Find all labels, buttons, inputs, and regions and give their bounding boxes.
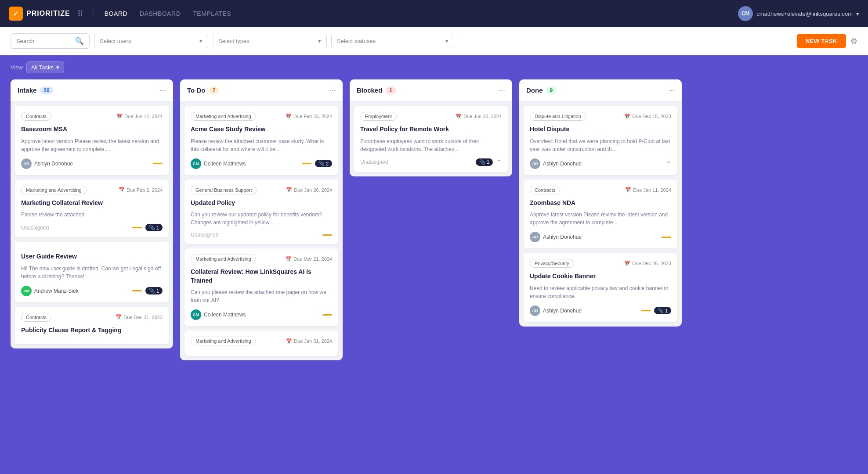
task-card[interactable]: Contracts 📅Due Jun 12, 2024 Basezoom MSA…	[15, 106, 169, 175]
search-input[interactable]	[16, 38, 72, 44]
nav-templates[interactable]: TEMPLATES	[193, 10, 231, 17]
col-title-intake: Intake 20	[18, 86, 53, 94]
col-title-blocked: Blocked 1	[357, 86, 396, 94]
grid-icon[interactable]: ⠿	[77, 9, 83, 18]
card-footer: Unassigned 📎 1 ⌃	[360, 158, 502, 166]
nav-links: BOARD DASHBOARD TEMPLATES	[105, 10, 231, 17]
attachment-count: 1	[665, 308, 668, 313]
attachment-icon: 📎	[479, 159, 485, 165]
attachment-count: 1	[156, 288, 159, 294]
card-title: Hotel Dispute	[530, 125, 671, 134]
card-user: AD Ashlyn Donohue	[530, 158, 582, 169]
card-actions: 📎 1 ⌃	[476, 158, 502, 166]
col-more-done[interactable]: ···	[668, 86, 675, 95]
nav-dashboard[interactable]: DASHBOARD	[140, 10, 181, 17]
types-select[interactable]: Select types ▾	[213, 34, 327, 48]
col-more-intake[interactable]: ···	[159, 86, 166, 95]
card-user: AD Ashlyn Donohue	[530, 305, 582, 316]
user-email: cmatthews+elevate@linksquares.com	[756, 11, 853, 17]
priority-indicator	[302, 163, 311, 164]
card-title: Marketing Collateral Review	[21, 199, 163, 208]
task-card[interactable]: Marketing and Advertising 📅Due Feb 2, 20…	[15, 180, 169, 238]
task-card[interactable]: Marketing and Advertising 📅Due Mar 21, 2…	[184, 248, 338, 326]
user-name: Ashlyn Donohue	[543, 308, 582, 314]
card-meta: Marketing and Advertising 📅Due Jan 31, 2…	[191, 337, 332, 345]
col-title-todo: To Do 7	[187, 86, 219, 94]
card-type: Contracts	[530, 186, 560, 194]
card-due-date: 📅Due Jun 30, 2024	[456, 114, 502, 119]
card-user: AD Ashlyn Donohue	[530, 232, 582, 242]
task-card[interactable]: Contracts 📅Due Jan 11, 2024 Zoombase NDA…	[524, 180, 677, 249]
types-select-label: Select types	[218, 38, 250, 44]
col-more-blocked[interactable]: ···	[499, 86, 505, 95]
card-desc: Please review the attached.	[21, 211, 163, 219]
task-card[interactable]: Contracts 📅Due Dec 31, 2023 Publicity Cl…	[15, 307, 169, 345]
card-meta: Contracts 📅Due Dec 31, 2023	[21, 313, 163, 322]
calendar-icon: 📅	[286, 256, 292, 262]
card-user: AD Ashlyn Donohue	[21, 158, 73, 169]
card-title: Travel Policy for Remote Work	[360, 125, 502, 134]
attachment-icon: 📎	[658, 308, 664, 313]
user-avatar: CM	[738, 6, 753, 21]
settings-icon[interactable]: ⚙	[850, 36, 857, 46]
card-title: Update Cookie Banner	[530, 272, 671, 281]
user-name: Ashlyn Donohue	[543, 234, 582, 240]
view-select[interactable]: All Tasks ▾	[26, 61, 64, 73]
card-title: Publicity Clause Report & Tagging	[21, 326, 163, 335]
user-area[interactable]: CM cmatthews+elevate@linksquares.com ▾	[738, 6, 859, 21]
user-avatar-small: CM	[191, 309, 201, 320]
col-header-todo: To Do 7 ···	[180, 79, 343, 101]
users-select[interactable]: Select users ▾	[94, 34, 208, 48]
nav-divider	[94, 7, 94, 20]
priority-indicator	[641, 310, 651, 311]
new-task-button[interactable]: NEW TASK	[797, 34, 846, 48]
attachment-icon: 📎	[318, 161, 325, 166]
task-card[interactable]: Marketing and Advertising 📅Due Feb 23, 2…	[184, 106, 338, 175]
col-more-todo[interactable]: ···	[329, 86, 336, 95]
col-title-text: To Do	[187, 86, 205, 94]
top-nav: ✓ PRIORITIZE ⠿ BOARD DASHBOARD TEMPLATES…	[0, 0, 868, 27]
card-footer: AD Ashlyn Donohue ⌃	[530, 158, 671, 169]
task-card[interactable]: Marketing and Advertising 📅Due Jan 31, 2…	[184, 330, 338, 356]
attachment-icon: 📎	[149, 225, 155, 230]
statuses-select[interactable]: Select statuses ▾	[331, 34, 454, 48]
user-name: Colleen Matthews	[204, 161, 246, 167]
view-label: View	[11, 64, 23, 71]
task-card[interactable]: Employment 📅Due Jun 30, 2024 Travel Poli…	[354, 106, 508, 172]
card-meta: Dispute and Litigation 📅Due Dec 15, 2023	[530, 112, 671, 121]
card-actions: 📎 1	[132, 287, 163, 294]
task-card[interactable]: General Business Support 📅Due Jan 26, 20…	[184, 180, 338, 244]
card-actions: 📎 1	[641, 307, 671, 314]
expand-icon[interactable]: ⌃	[666, 160, 671, 167]
card-meta: Employment 📅Due Jun 30, 2024	[360, 112, 502, 121]
card-footer: AD Ashlyn Donohue	[21, 158, 163, 169]
user-name: Colleen Matthews	[204, 312, 246, 318]
card-desc: Zoombase employees want to work outside …	[360, 137, 502, 153]
user-name: Ashlyn Donohue	[543, 161, 582, 167]
attachment-badge: 📎 1	[654, 307, 671, 314]
card-due-date: 📅Due Jun 12, 2024	[116, 114, 163, 119]
task-card[interactable]: Dispute and Litigation 📅Due Dec 15, 2023…	[524, 106, 677, 175]
card-type: Privacy/Security	[530, 259, 574, 268]
card-desc: Please review the attached customer case…	[191, 137, 332, 153]
expand-icon[interactable]: ⌃	[496, 158, 502, 165]
task-card[interactable]: User Guide Review Hi! The new user guide…	[15, 242, 169, 302]
attachment-badge: 📎 1	[145, 224, 163, 231]
card-type: Contracts	[21, 313, 51, 322]
statuses-chevron-icon: ▾	[445, 38, 448, 44]
card-due-date: 📅Due Mar 21, 2024	[286, 256, 332, 262]
user-avatar-small: AM	[21, 286, 32, 296]
col-body-intake: Contracts 📅Due Jun 12, 2024 Basezoom MSA…	[11, 101, 173, 348]
calendar-icon: 📅	[456, 114, 462, 119]
attachment-badge: 📎 1	[476, 158, 493, 166]
calendar-icon: 📅	[116, 314, 122, 320]
user-avatar-small: AD	[21, 158, 32, 169]
col-header-intake: Intake 20 ···	[11, 79, 173, 101]
col-title-text: Done	[526, 86, 543, 94]
search-box[interactable]: 🔍	[11, 33, 90, 49]
calendar-icon: 📅	[624, 261, 630, 266]
card-desc: Can you please review the attached one p…	[191, 288, 332, 304]
nav-board[interactable]: BOARD	[105, 10, 127, 17]
column-intake: Intake 20 ··· Contracts 📅Due Jun 12, 202…	[11, 79, 173, 348]
task-card[interactable]: Privacy/Security 📅Due Dec 26, 2023 Updat…	[524, 253, 677, 322]
